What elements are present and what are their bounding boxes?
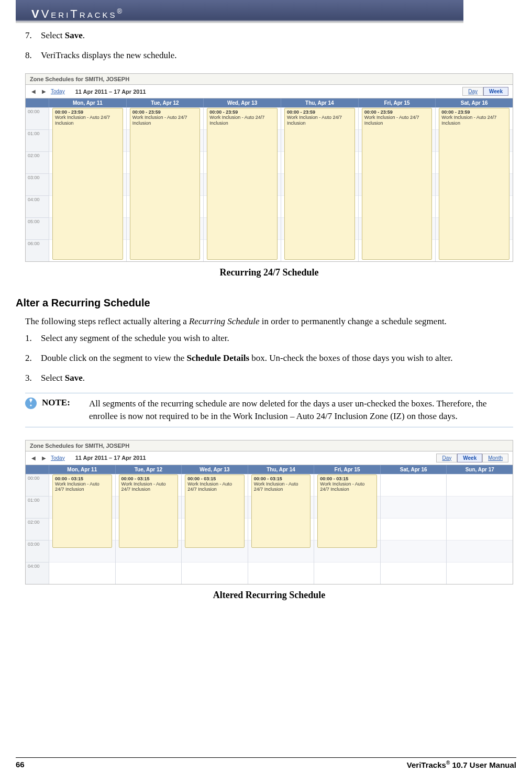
schedule-event[interactable]: 00:00 - 03:15Work Inclusion - Auto 24/7 …	[185, 475, 245, 548]
tab-day[interactable]: Day	[436, 454, 457, 462]
day-column[interactable]: 00:00 - 23:59Work Inclusion - Auto 24/7 …	[435, 107, 513, 261]
today-link[interactable]: Today	[51, 455, 65, 461]
day-column[interactable]: 00:00 - 23:59Work Inclusion - Auto 24/7 …	[126, 107, 204, 261]
day-columns: 00:00 - 23:59Work Inclusion - Auto 24/7 …	[49, 107, 513, 261]
grid-line	[49, 562, 115, 584]
tab-week[interactable]: Week	[457, 454, 482, 462]
calendar-title: Zone Schedules for SMITH, JOSEPH	[26, 440, 513, 451]
event-time: 00:00 - 23:59	[132, 109, 198, 115]
tab-month[interactable]: Month	[482, 454, 508, 462]
schedule-event[interactable]: 00:00 - 03:15Work Inclusion - Auto 24/7 …	[317, 475, 377, 548]
prev-arrow-icon[interactable]: ◀	[30, 454, 37, 461]
grid-line	[248, 562, 314, 584]
caption-1: Recurring 24/7 Schedule	[25, 267, 513, 278]
step-text: Select Save.	[41, 373, 513, 383]
next-arrow-icon[interactable]: ▶	[40, 454, 48, 461]
day-column[interactable]: 00:00 - 03:15Work Inclusion - Auto 24/7 …	[49, 474, 115, 584]
step-number: 7.	[25, 30, 41, 41]
svg-point-0	[30, 404, 31, 406]
schedule-event[interactable]: 00:00 - 23:59Work Inclusion - Auto 24/7 …	[362, 108, 433, 260]
schedule-event[interactable]: 00:00 - 23:59Work Inclusion - Auto 24/7 …	[439, 108, 509, 260]
time-cell: 04:00	[26, 195, 49, 217]
event-title: Work Inclusion - Auto 24/7 Inclusion	[320, 481, 374, 493]
event-title: Work Inclusion - Auto 24/7 Inclusion	[254, 481, 308, 493]
schedule-event[interactable]: 00:00 - 23:59Work Inclusion - Auto 24/7 …	[130, 108, 201, 260]
step-text: Double click on the segment to view the …	[41, 353, 513, 363]
time-cell: 00:00	[26, 474, 49, 496]
time-cell: 02:00	[26, 518, 49, 540]
day-header: Sun, Apr 17	[446, 465, 513, 474]
manual-title: VeriTracks® 10.7 User Manual	[407, 760, 516, 769]
day-column[interactable]: 00:00 - 23:59Work Inclusion - Auto 24/7 …	[358, 107, 436, 261]
document-body: 7.Select Save.8.VeriTracks displays the …	[16, 30, 516, 601]
day-column[interactable]: 00:00 - 23:59Work Inclusion - Auto 24/7 …	[49, 107, 126, 261]
day-header: Fri, Apr 15	[358, 98, 436, 107]
note-body: All segments of the recurring schedule a…	[89, 398, 513, 423]
day-header: Wed, Apr 13	[181, 465, 248, 474]
calendar-body: 00:0001:0002:0003:0004:0005:0006:0000:00…	[26, 107, 513, 261]
next-arrow-icon[interactable]: ▶	[40, 88, 48, 95]
tab-week[interactable]: Week	[483, 87, 508, 96]
info-icon	[25, 398, 37, 409]
day-header: Mon, Apr 11	[49, 98, 126, 107]
step-item: 3.Select Save.	[25, 373, 513, 383]
event-title: Work Inclusion - Auto 24/7 Inclusion	[187, 481, 242, 493]
day-header: Mon, Apr 11	[49, 465, 115, 474]
day-column[interactable]: 00:00 - 23:59Work Inclusion - Auto 24/7 …	[203, 107, 281, 261]
time-cell: 01:00	[26, 129, 49, 151]
schedule-event[interactable]: 00:00 - 03:15Work Inclusion - Auto 24/7 …	[251, 475, 311, 548]
event-time: 00:00 - 23:59	[287, 109, 352, 115]
grid-line	[381, 540, 447, 562]
grid-line	[447, 540, 513, 562]
event-title: Work Inclusion - Auto 24/7 Inclusion	[132, 115, 198, 126]
day-column[interactable]: 00:00 - 23:59Work Inclusion - Auto 24/7 …	[281, 107, 358, 261]
event-time: 00:00 - 03:15	[55, 476, 109, 481]
step-number: 1.	[25, 333, 41, 344]
step-number: 8.	[25, 50, 41, 61]
brand-bar: VVeriTracks®	[16, 0, 463, 23]
schedule-event[interactable]: 00:00 - 03:15Work Inclusion - Auto 24/7 …	[119, 475, 179, 548]
event-title: Work Inclusion - Auto 24/7 Inclusion	[55, 115, 120, 126]
alter-intro-a: The following steps reflect actually alt…	[25, 316, 189, 326]
schedule-event[interactable]: 00:00 - 23:59Work Inclusion - Auto 24/7 …	[207, 108, 278, 260]
schedule-event[interactable]: 00:00 - 23:59Work Inclusion - Auto 24/7 …	[52, 108, 123, 260]
calendar-body: 00:0001:0002:0003:0004:0000:00 - 03:15Wo…	[26, 474, 513, 584]
grid-line	[381, 496, 447, 518]
event-title: Work Inclusion - Auto 24/7 Inclusion	[55, 481, 109, 493]
calendar-title: Zone Schedules for SMITH, JOSEPH	[26, 74, 513, 85]
grid-line	[447, 562, 513, 584]
event-title: Work Inclusion - Auto 24/7 Inclusion	[441, 115, 507, 126]
day-column[interactable]: 00:00 - 03:15Work Inclusion - Auto 24/7 …	[181, 474, 248, 584]
calendar-header-row: Mon, Apr 11Tue, Apr 12Wed, Apr 13Thu, Ap…	[26, 465, 513, 474]
day-column[interactable]: 00:00 - 03:15Work Inclusion - Auto 24/7 …	[314, 474, 380, 584]
view-tabs: DayWeek	[462, 87, 508, 96]
step-item: 2.Double click on the segment to view th…	[25, 353, 513, 363]
event-time: 00:00 - 23:59	[55, 109, 120, 115]
calendar-header-row: Mon, Apr 11Tue, Apr 12Wed, Apr 13Thu, Ap…	[26, 98, 513, 107]
time-cell: 02:00	[26, 151, 49, 173]
event-time: 00:00 - 03:15	[320, 476, 374, 481]
event-time: 00:00 - 03:15	[121, 476, 176, 481]
day-header: Tue, Apr 12	[115, 465, 182, 474]
day-header: Tue, Apr 12	[126, 98, 204, 107]
prev-arrow-icon[interactable]: ◀	[30, 88, 37, 95]
step-item: 1.Select any segment of the schedule you…	[25, 333, 513, 344]
today-link[interactable]: Today	[51, 89, 65, 94]
day-column[interactable]: 00:00 - 03:15Work Inclusion - Auto 24/7 …	[115, 474, 182, 584]
day-header: Thu, Apr 14	[248, 465, 314, 474]
day-column[interactable]	[380, 474, 447, 584]
time-cell: 06:00	[26, 239, 49, 261]
page-footer: 66 VeriTracks® 10.7 User Manual	[16, 757, 516, 769]
grid-line	[116, 562, 182, 584]
tab-day[interactable]: Day	[462, 87, 483, 96]
day-column[interactable]	[446, 474, 513, 584]
schedule-event[interactable]: 00:00 - 23:59Work Inclusion - Auto 24/7 …	[284, 108, 355, 260]
event-time: 00:00 - 23:59	[441, 109, 507, 115]
day-column[interactable]: 00:00 - 03:15Work Inclusion - Auto 24/7 …	[248, 474, 314, 584]
step-item: 8.VeriTracks displays the new schedule.	[25, 50, 513, 61]
grid-line	[381, 474, 447, 496]
grid-line	[182, 562, 248, 584]
event-time: 00:00 - 23:59	[209, 109, 275, 115]
event-title: Work Inclusion - Auto 24/7 Inclusion	[209, 115, 275, 126]
schedule-event[interactable]: 00:00 - 03:15Work Inclusion - Auto 24/7 …	[52, 475, 112, 548]
